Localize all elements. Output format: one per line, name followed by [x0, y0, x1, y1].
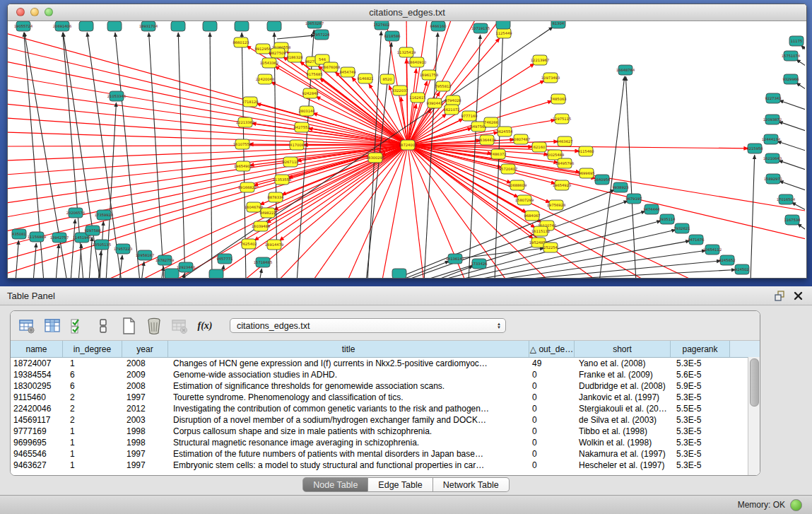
graph-node[interactable]: 8215958: [746, 144, 763, 153]
table-cell[interactable]: Wolkin et al. (1998): [575, 438, 671, 448]
table-cell[interactable]: 9463627: [11, 460, 63, 470]
graph-node[interactable]: 2718120: [242, 97, 258, 107]
graph-node[interactable]: 6466160: [430, 21, 446, 31]
table-cell[interactable]: 2: [63, 404, 122, 414]
column-header-in_degree[interactable]: in_degree: [63, 341, 122, 357]
minimize-window-button[interactable]: [30, 8, 39, 16]
function-builder-icon[interactable]: f(x): [194, 315, 216, 337]
table-cell[interactable]: 9115460: [11, 392, 63, 402]
graph-node[interactable]: [79, 21, 93, 31]
graph-node[interactable]: 7485063: [550, 94, 566, 104]
table-cell[interactable]: 0: [529, 438, 575, 448]
table-cell[interactable]: 5.3E-5: [671, 358, 730, 368]
table-cell[interactable]: 1997: [122, 392, 168, 402]
select-columns-icon[interactable]: [67, 315, 88, 337]
graph-node[interactable]: 12213363: [236, 117, 254, 127]
table-cell[interactable]: 9777169: [11, 426, 63, 436]
graph-node[interactable]: 16961758: [420, 70, 438, 80]
graph-node[interactable]: 9297588: [84, 226, 100, 235]
table-row[interactable]: 1938455462009Genome-wide association stu…: [11, 369, 760, 380]
table-cell[interactable]: 49: [529, 358, 575, 368]
column-header-out_de[interactable]: △ out_de…: [529, 341, 575, 357]
column-header-year[interactable]: year: [122, 341, 168, 357]
float-window-icon[interactable]: [772, 289, 787, 302]
graph-node[interactable]: 9175685: [306, 69, 322, 79]
graph-node[interactable]: 9115460: [577, 146, 594, 156]
graph-node[interactable]: 13942757: [50, 233, 69, 243]
graph-node[interactable]: 7957224: [313, 30, 330, 40]
graph-node[interactable]: 12093872: [763, 115, 782, 124]
table-cell[interactable]: 2009: [122, 370, 168, 380]
table-cell[interactable]: 0: [529, 460, 575, 470]
column-header-pagerank[interactable]: pagerank: [671, 341, 730, 357]
table-cell[interactable]: 1: [63, 358, 122, 368]
table-cell[interactable]: Genome-wide association studies in ADHD.: [168, 370, 529, 380]
graph-node[interactable]: 1640954: [594, 175, 611, 185]
graph-node[interactable]: 252254: [543, 243, 558, 252]
graph-node[interactable]: 19166827: [238, 182, 257, 192]
table-cell[interactable]: Stergiakouli et al. (2012): [575, 404, 671, 414]
graph-node[interactable]: [267, 21, 281, 31]
graph-node[interactable]: 9329966: [782, 74, 799, 84]
table-cell[interactable]: 2: [63, 415, 122, 425]
graph-node[interactable]: 16914479: [265, 240, 283, 250]
graph-node[interactable]: 12444134: [762, 134, 781, 144]
graph-node[interactable]: 9684067: [524, 211, 540, 221]
table-select-dropdown[interactable]: citations_edges.txt ▲▼: [230, 318, 506, 333]
table-cell[interactable]: 5.5E-5: [671, 404, 730, 414]
graph-node[interactable]: [171, 21, 185, 31]
graph-node[interactable]: 2803144: [298, 106, 315, 116]
graph-node[interactable]: 20691406: [53, 21, 71, 31]
tab-network-table[interactable]: Network Table: [433, 477, 510, 492]
table-cell[interactable]: 0: [529, 415, 575, 425]
table-row[interactable]: 946362711997Embryonic stem cells: a mode…: [11, 460, 760, 471]
citation-network-graph[interactable]: 1872400718300295866012389129542226055898…: [8, 21, 805, 278]
table-cell[interactable]: 0: [529, 370, 575, 380]
graph-node[interactable]: 9245652: [719, 255, 735, 265]
table-cell[interactable]: 18724007: [11, 358, 63, 368]
table-cell[interactable]: 2: [63, 392, 122, 402]
table-cell[interactable]: 1998: [122, 438, 168, 448]
table-cell[interactable]: 5.3E-5: [671, 449, 730, 459]
table-scrollbar[interactable]: [748, 357, 760, 475]
table-cell[interactable]: 1: [63, 449, 122, 459]
graph-node[interactable]: 8660123: [233, 37, 249, 47]
graph-node[interactable]: 8218586: [384, 31, 400, 41]
table-cell[interactable]: 0: [529, 392, 575, 402]
graph-node[interactable]: 8427552: [293, 122, 310, 132]
table-cell[interactable]: Yano et al. (2008): [575, 358, 671, 368]
table-cell[interactable]: Tourette syndrome. Phenomenology and cla…: [168, 392, 529, 402]
graph-node[interactable]: 19756928: [547, 200, 565, 210]
graph-node[interactable]: 7625402: [240, 239, 257, 249]
table-cell[interactable]: 19384554: [11, 370, 63, 380]
graph-node[interactable]: [203, 21, 217, 31]
table-cell[interactable]: Corpus callosum shape and size in male p…: [168, 426, 529, 436]
graph-node[interactable]: 8520: [380, 74, 394, 84]
table-cell[interactable]: 1: [63, 438, 122, 448]
table-cell[interactable]: 2008: [122, 358, 168, 368]
graph-node[interactable]: 9699695: [578, 168, 594, 178]
table-cell[interactable]: Embryonic stem cells: a model to study s…: [168, 460, 529, 470]
graph-node[interactable]: 1733426: [471, 259, 487, 269]
graph-node[interactable]: 19654923: [553, 180, 571, 190]
graph-node[interactable]: 1167534: [784, 215, 801, 225]
table-cell[interactable]: 0: [529, 381, 575, 391]
graph-node[interactable]: 10688609: [508, 180, 526, 190]
graph-node[interactable]: 17016504: [777, 194, 796, 204]
graph-node[interactable]: 7932621: [673, 223, 690, 233]
graph-node[interactable]: 8454749: [339, 67, 355, 77]
table-cell[interactable]: 5.3E-5: [671, 438, 730, 448]
tab-edge-table[interactable]: Edge Table: [368, 477, 433, 492]
graph-node[interactable]: 1621072: [443, 105, 459, 115]
table-cell[interactable]: 2008: [122, 381, 168, 391]
graph-node[interactable]: 13505135: [93, 240, 111, 250]
graph-node[interactable]: 8471676: [688, 235, 704, 245]
graph-node[interactable]: 435081: [12, 229, 26, 239]
graph-node[interactable]: 15892971: [764, 174, 782, 184]
table-cell[interactable]: 1: [63, 426, 122, 436]
graph-node[interactable]: 11156869: [28, 232, 46, 242]
graph-node[interactable]: 9267110: [282, 157, 298, 167]
zoom-window-button[interactable]: [45, 8, 53, 16]
graph-node[interactable]: 20206576: [66, 208, 85, 218]
graph-node[interactable]: 924502: [735, 264, 749, 274]
